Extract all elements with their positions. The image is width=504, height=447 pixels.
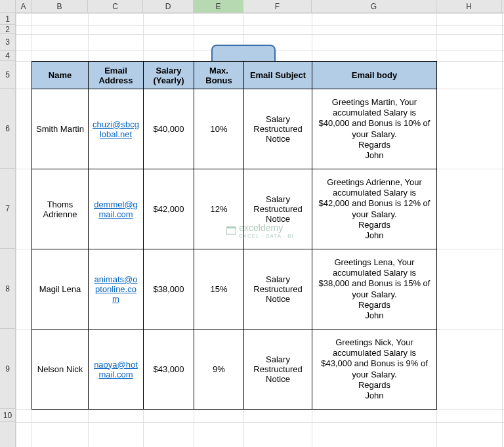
salary-cell[interactable]: $43,000 <box>144 330 194 410</box>
body-cell[interactable]: Greetings Martin, Your accumulated Salar… <box>312 89 437 169</box>
table-row: Smith Martinchuzi@sbcglobal.net$40,00010… <box>32 89 437 169</box>
body-cell[interactable]: Greetings Adrienne, Your accumulated Sal… <box>312 169 437 249</box>
row-headers: 12345678910 <box>0 13 16 447</box>
row-header-1[interactable]: 1 <box>0 13 15 25</box>
row-header-7[interactable]: 7 <box>0 169 15 249</box>
subject-cell[interactable]: Salary Restructured Notice <box>244 330 312 410</box>
subject-cell[interactable]: Salary Restructured Notice <box>244 89 312 169</box>
email-cell[interactable]: animats@optonline.com <box>89 249 144 330</box>
column-header-G[interactable]: G <box>312 0 436 12</box>
email-cell[interactable]: demmel@gmail.com <box>89 169 144 249</box>
salary-cell[interactable]: $38,000 <box>144 249 194 330</box>
column-header-H[interactable]: H <box>436 0 502 12</box>
name-cell[interactable]: Magil Lena <box>32 249 89 330</box>
row-header-2[interactable]: 2 <box>0 25 15 34</box>
subject-cell[interactable]: Salary Restructured Notice <box>244 249 312 330</box>
body-cell[interactable]: Greetings Nick, Your accumulated Salary … <box>312 330 437 410</box>
email-cell[interactable]: naoya@hotmail.com <box>89 330 144 410</box>
salary-cell[interactable]: $40,000 <box>144 89 194 169</box>
bonus-cell[interactable]: 15% <box>194 249 244 330</box>
bonus-cell[interactable]: 10% <box>194 89 244 169</box>
column-header-B[interactable]: B <box>32 0 88 12</box>
bonus-cell[interactable]: 12% <box>194 169 244 249</box>
name-cell[interactable]: Nelson Nick <box>32 330 89 410</box>
name-cell[interactable]: Thoms Adrienne <box>32 169 89 249</box>
row-header-4[interactable]: 4 <box>0 51 15 61</box>
bonus-cell[interactable]: 9% <box>194 330 244 410</box>
subject-cell[interactable]: Salary Restructured Notice <box>244 169 312 249</box>
table-header[interactable]: Max. Bonus <box>194 62 244 89</box>
row-header-9[interactable]: 9 <box>0 329 15 409</box>
select-all-corner[interactable] <box>0 0 16 12</box>
row-header-6[interactable]: 6 <box>0 89 15 169</box>
row-header-3[interactable]: 3 <box>0 34 15 51</box>
column-header-F[interactable]: F <box>243 0 312 12</box>
spreadsheet-grid: ABCDEFGH 12345678910 + NameEmail Address… <box>0 0 504 447</box>
body-cell[interactable]: Greetings Lena, Your accumulated Salary … <box>312 249 437 330</box>
email-link[interactable]: animats@optonline.com <box>94 274 138 304</box>
email-cell[interactable]: chuzi@sbcglobal.net <box>89 89 144 169</box>
table-header[interactable]: Name <box>32 62 89 89</box>
row-header-8[interactable]: 8 <box>0 249 15 329</box>
column-headers: ABCDEFGH <box>0 0 504 13</box>
column-header-C[interactable]: C <box>88 0 143 12</box>
table-header[interactable]: Email body <box>312 62 437 89</box>
email-link[interactable]: demmel@gmail.com <box>94 200 138 219</box>
table-header[interactable]: Email Address <box>89 62 144 89</box>
column-header-A[interactable]: A <box>16 0 32 12</box>
salary-cell[interactable]: $42,000 <box>144 169 194 249</box>
table-row: Nelson Nicknaoya@hotmail.com$43,0009%Sal… <box>32 330 437 410</box>
row-header-5[interactable]: 5 <box>0 61 15 89</box>
table-header[interactable]: Email Subject <box>244 62 312 89</box>
table-header[interactable]: Salary (Yearly) <box>144 62 194 89</box>
email-link[interactable]: chuzi@sbcglobal.net <box>93 119 139 139</box>
column-header-E[interactable]: E <box>194 0 243 12</box>
email-link[interactable]: naoya@hotmail.com <box>94 360 138 379</box>
row-header-10[interactable]: 10 <box>0 409 15 422</box>
data-table: NameEmail AddressSalary (Yearly)Max. Bon… <box>32 61 437 410</box>
column-header-D[interactable]: D <box>143 0 194 12</box>
cells-area[interactable]: + NameEmail AddressSalary (Yearly)Max. B… <box>16 13 504 447</box>
table-row: Magil Lenaanimats@optonline.com$38,00015… <box>32 249 437 330</box>
table-row: Thoms Adriennedemmel@gmail.com$42,00012%… <box>32 169 437 249</box>
name-cell[interactable]: Smith Martin <box>32 89 89 169</box>
